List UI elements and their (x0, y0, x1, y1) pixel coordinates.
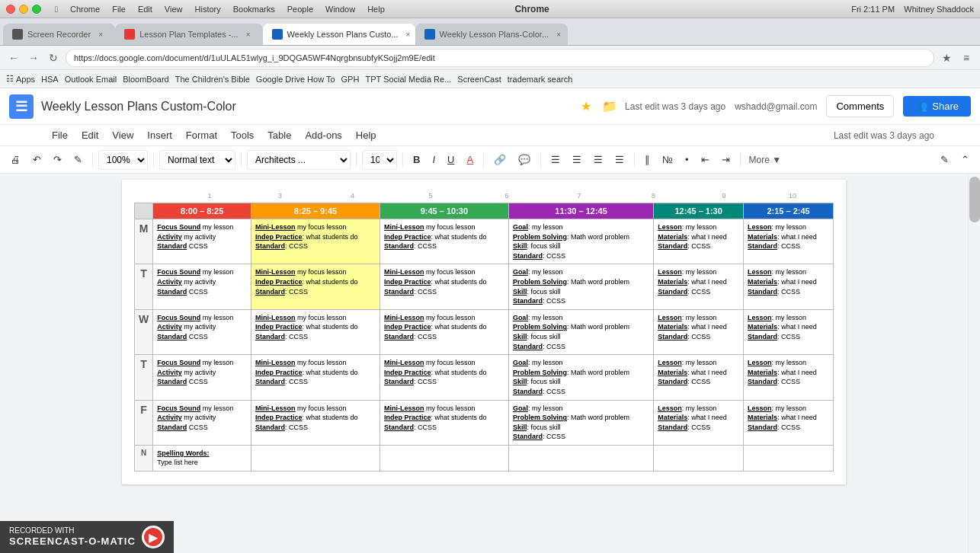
font-size-select[interactable]: 10 11 12 14 (362, 150, 397, 170)
move-to-folder-btn[interactable]: 📁 (602, 99, 617, 113)
scrollbar-thumb[interactable] (969, 177, 980, 222)
print-button[interactable]: 🖨 (6, 150, 25, 170)
cell-notes-col1[interactable]: Spelling Words: Type list here (153, 445, 251, 471)
text-color-button[interactable]: A (462, 150, 478, 170)
italic-button[interactable]: I (428, 150, 440, 170)
cell-tuesday-col3[interactable]: Mini-Lesson my focus lesson Indep Practi… (380, 264, 508, 309)
more-button[interactable]: More ▼ (746, 150, 785, 170)
tab-close-weekly-custom[interactable]: × (403, 29, 414, 40)
undo-button[interactable]: ↶ (28, 150, 46, 170)
cell-thursday-col1[interactable]: Focus Sound my lesson Activity my activi… (153, 355, 251, 400)
cell-thursday-col2[interactable]: Mini-Lesson my focus lesson Indep Practi… (251, 355, 380, 400)
bookmark-screencast[interactable]: ScreenCast (457, 75, 501, 84)
back-button[interactable]: ← (6, 50, 21, 66)
cell-tuesday-col1[interactable]: Focus Sound my lesson Activity my activi… (153, 264, 251, 309)
url-input[interactable]: https://docs.google.com/document/d/1uULA… (66, 49, 934, 67)
maximize-window-btn[interactable] (32, 5, 41, 14)
file-menu-mac[interactable]: File (112, 5, 126, 14)
cell-wednesday-col3[interactable]: Mini-Lesson my focus lesson Indep Practi… (380, 309, 508, 354)
menu-help[interactable]: Help (350, 127, 383, 143)
align-center-button[interactable]: ☰ (568, 150, 586, 170)
cell-wednesday-col1[interactable]: Focus Sound my lesson Activity my activi… (153, 309, 251, 354)
menu-format[interactable]: Format (180, 127, 223, 143)
cell-monday-col5[interactable]: Lesson: my lesson Materials: what I need… (654, 219, 744, 264)
bookmark-childrens-bible[interactable]: The Children's Bible (175, 75, 250, 84)
tab-close-screen-recorder[interactable]: × (95, 29, 106, 40)
cell-monday-col3[interactable]: Mini-Lesson my focus lesson Indep Practi… (380, 219, 508, 264)
tab-weekly-lesson-plans-color[interactable]: Weekly Lesson Plans-Color... × (415, 24, 568, 45)
cell-thursday-col6[interactable]: Lesson: my lesson Materials: what I need… (744, 355, 834, 400)
apple-menu[interactable]:  (55, 5, 58, 14)
bookmark-apps[interactable]: ☷ Apps (6, 74, 35, 84)
numbered-list-button[interactable]: № (658, 150, 677, 170)
cell-monday-col2[interactable]: Mini-Lesson my focus lesson Indep Practi… (251, 219, 380, 264)
menu-edit[interactable]: Edit (75, 127, 104, 143)
star-document-btn[interactable]: ★ (581, 99, 591, 113)
cell-wednesday-col2[interactable]: Mini-Lesson my focus lesson Indep Practi… (251, 309, 380, 354)
forward-button[interactable]: → (26, 50, 41, 66)
bookmark-gph[interactable]: GPH (341, 75, 360, 84)
minimize-window-btn[interactable] (19, 5, 28, 14)
cell-notes-col6[interactable] (744, 445, 834, 471)
link-button[interactable]: 🔗 (489, 150, 511, 170)
bookmark-bloomboard[interactable]: BloomBoard (123, 75, 169, 84)
document-title[interactable]: Weekly Lesson Plans Custom-Color (41, 100, 573, 113)
menu-insert[interactable]: Insert (141, 127, 178, 143)
cell-wednesday-col4[interactable]: Goal: my lesson Problem Solving: Math wo… (508, 309, 653, 354)
window-menu-mac[interactable]: Window (325, 5, 355, 14)
cell-tuesday-col6[interactable]: Lesson: my lesson Materials: what I need… (744, 264, 834, 309)
collapse-toolbar-button[interactable]: ⌃ (956, 150, 974, 170)
cell-monday-col1[interactable]: Focus Sound my lesson Activity my activi… (153, 219, 251, 264)
cell-thursday-col5[interactable]: Lesson: my lesson Materials: what I need… (654, 355, 744, 400)
menu-file[interactable]: File (46, 127, 74, 143)
bookmark-hsa[interactable]: HSA (41, 75, 59, 84)
cell-notes-col2[interactable] (251, 445, 380, 471)
tab-screen-recorder[interactable]: Screen Recorder × (3, 24, 115, 45)
menu-tools[interactable]: Tools (225, 127, 260, 143)
tab-close-lesson-plan-templates[interactable]: × (243, 29, 254, 40)
menu-addons[interactable]: Add-ons (299, 127, 347, 143)
paint-format-button[interactable]: ✎ (69, 150, 87, 170)
menu-view[interactable]: View (106, 127, 139, 143)
menu-table[interactable]: Table (261, 127, 297, 143)
comments-button[interactable]: Comments (826, 95, 894, 117)
tab-lesson-plan-templates[interactable]: Lesson Plan Templates -... × (115, 24, 262, 45)
bold-button[interactable]: B (408, 150, 424, 170)
cell-notes-col5[interactable] (654, 445, 744, 471)
bookmark-trademark[interactable]: trademark search (508, 75, 573, 84)
view-menu-mac[interactable]: View (165, 5, 183, 14)
pen-tool-button[interactable]: ✎ (936, 150, 953, 170)
bookmark-star[interactable]: ★ (939, 50, 954, 66)
cell-notes-col3[interactable] (380, 445, 508, 471)
close-window-btn[interactable] (6, 5, 15, 14)
help-menu-mac[interactable]: Help (367, 5, 385, 14)
vertical-scrollbar[interactable] (968, 174, 980, 553)
cell-monday-col6[interactable]: Lesson: my lesson Materials: what I need… (744, 219, 834, 264)
document-content[interactable]: 1 3 4 5 6 7 8 9 10 8:00 – 8:25 8:25 – 9:… (0, 174, 968, 553)
traffic-lights[interactable] (6, 5, 41, 14)
cell-wednesday-col5[interactable]: Lesson: my lesson Materials: what I need… (654, 309, 744, 354)
cell-thursday-col4[interactable]: Goal: my lesson Problem Solving: Math wo… (508, 355, 653, 400)
cell-friday-col1[interactable]: Focus Sound my lesson Activity my activi… (153, 400, 251, 445)
underline-button[interactable]: U (443, 150, 459, 170)
cell-tuesday-col4[interactable]: Goal: my lesson Problem Solving: Math wo… (508, 264, 653, 309)
bookmark-outlook[interactable]: Outlook Email (65, 75, 117, 84)
cell-friday-col3[interactable]: Mini-Lesson my focus lesson Indep Practi… (380, 400, 508, 445)
increase-indent-button[interactable]: ⇥ (717, 150, 735, 170)
justify-button[interactable]: ☰ (610, 150, 629, 170)
cell-thursday-col3[interactable]: Mini-Lesson my focus lesson Indep Practi… (380, 355, 508, 400)
cell-monday-col4[interactable]: Goal: my lesson Problem Solving: Math wo… (508, 219, 653, 264)
cell-tuesday-col5[interactable]: Lesson: my lesson Materials: what I need… (654, 264, 744, 309)
style-select[interactable]: Normal text Heading 1 Heading 2 (159, 150, 235, 170)
comment-button[interactable]: 💬 (514, 150, 535, 170)
zoom-select[interactable]: 100% 75% 125% 150% (98, 150, 148, 170)
bookmark-google-drive[interactable]: Google Drive How To (256, 75, 335, 84)
tab-weekly-lesson-plans-custom[interactable]: Weekly Lesson Plans Custo... × (263, 24, 415, 45)
cell-friday-col4[interactable]: Goal: my lesson Problem Solving: Math wo… (508, 400, 653, 445)
cell-friday-col2[interactable]: Mini-Lesson my focus lesson Indep Practi… (251, 400, 380, 445)
redo-button[interactable]: ↷ (49, 150, 66, 170)
decrease-indent-button[interactable]: ⇤ (697, 150, 714, 170)
cell-wednesday-col6[interactable]: Lesson: my lesson Materials: what I need… (744, 309, 834, 354)
tab-close-weekly-color[interactable]: × (553, 29, 564, 40)
share-button[interactable]: 👥 Share (903, 96, 971, 117)
